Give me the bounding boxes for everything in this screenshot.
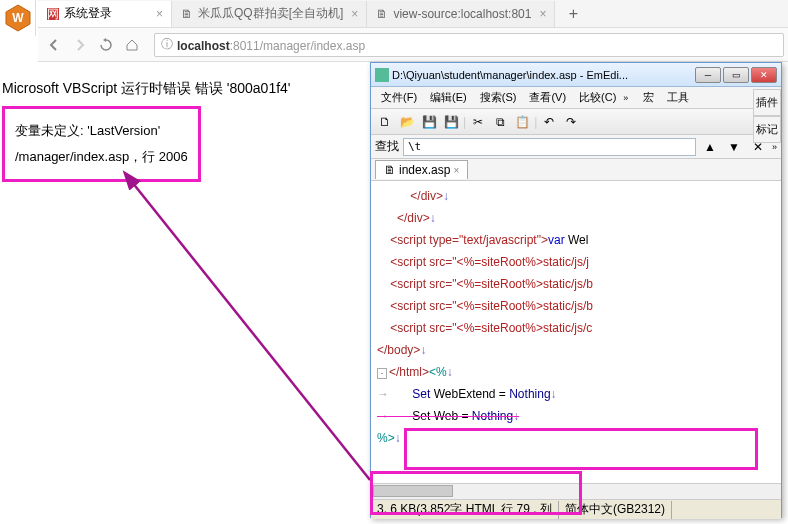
tab-3[interactable]: 🗎 view-source:localhost:801 × [367,1,555,27]
reload-button[interactable] [94,33,118,57]
url-path: /manager/index.asp [260,39,365,53]
menu-tools[interactable]: 工具 [661,88,695,107]
tab-close-icon[interactable]: × [156,7,163,21]
file-icon: 🗎 [384,163,396,177]
search-prev-icon[interactable]: ▲ [700,137,720,157]
menu-edit[interactable]: 编辑(E) [424,88,473,107]
status-size: 3. 6 KB(3,852字 HTML 行 79 , 列 [371,501,559,519]
menu-bar: 文件(F) 编辑(E) 搜索(S) 查看(V) 比较(C) » 宏 工具 [371,87,781,109]
code-editor[interactable]: </div> </div> <script type="text/javascr… [371,181,781,483]
file-tab[interactable]: 🗎 index.asp × [375,160,468,179]
status-encoding: 简体中文(GB2312) [559,501,672,519]
open-file-icon[interactable]: 📂 [397,112,417,132]
forward-button[interactable] [68,33,92,57]
toolbar: 🗋 📂 💾 💾 | ✂ ⧉ 📋 | ↶ ↷ » [371,109,781,135]
nav-bar: ⓘ localhost:8011/manager/index.asp [38,28,788,62]
paste-icon[interactable]: 📋 [512,112,532,132]
site-info-icon[interactable]: ⓘ [161,36,173,53]
tab-2[interactable]: 🗎 米瓜瓜QQ群拍卖[全自动机] × [172,1,367,27]
status-bar: 3. 6 KB(3,852字 HTML 行 79 , 列 简体中文(GB2312… [371,499,781,519]
tab-label: 系统登录 [64,5,112,22]
file-tab-label: index.asp [399,163,450,177]
address-bar[interactable]: ⓘ localhost:8011/manager/index.asp [154,33,784,57]
search-label: 查找 [375,138,399,155]
home-button[interactable] [120,33,144,57]
scrollbar-thumb[interactable] [373,485,453,497]
svg-text:网: 网 [47,8,59,20]
tab-strip: 网 系统登录 × 🗎 米瓜瓜QQ群拍卖[全自动机] × 🗎 view-sourc… [38,0,788,28]
save-icon[interactable]: 💾 [419,112,439,132]
annotation-arrow [120,170,400,500]
svg-rect-5 [375,68,389,82]
url-host: localhost [177,39,230,53]
menu-search[interactable]: 搜索(S) [474,88,523,107]
menu-file[interactable]: 文件(F) [375,88,423,107]
tab-close-icon[interactable]: × [539,7,546,21]
tab-close-icon[interactable]: × [351,7,358,21]
error-heading: Microsoft VBScript 运行时错误 错误 '800a01f4' [2,80,291,98]
search-bar: 查找 ▲ ▼ ✕ » [371,135,781,159]
search-overflow-icon[interactable]: » [772,142,777,152]
file-tab-close-icon[interactable]: × [453,165,459,176]
fold-icon[interactable]: - [377,368,387,379]
minimize-button[interactable]: ─ [695,67,721,83]
editor-title: D:\Qiyuan\student\manager\index.asp - Em… [392,69,692,81]
browser-logo: W [0,0,36,36]
tab-label: 米瓜瓜QQ群拍卖[全自动机] [198,5,343,22]
side-panel: 插件 标记 [753,89,781,143]
horizontal-scrollbar[interactable] [371,483,781,499]
tab-1[interactable]: 网 系统登录 × [38,1,172,27]
annotation-box-1: 变量未定义: 'LastVersion' /manager/index.asp，… [2,106,201,182]
redo-icon[interactable]: ↷ [561,112,581,132]
side-marks[interactable]: 标记 [753,116,781,143]
new-file-icon[interactable]: 🗋 [375,112,395,132]
error-undefined-var: 变量未定义: 'LastVersion' [15,121,188,141]
url-port: :8011 [230,39,260,53]
error-location: /manager/index.asp，行 2006 [15,147,188,167]
editor-titlebar[interactable]: D:\Qiyuan\student\manager\index.asp - Em… [371,63,781,87]
search-next-icon[interactable]: ▼ [724,137,744,157]
close-button[interactable]: ✕ [751,67,777,83]
svg-text:W: W [12,11,24,25]
search-input[interactable] [403,138,696,156]
maximize-button[interactable]: ▭ [723,67,749,83]
menu-macro[interactable]: 宏 [637,88,660,107]
menu-view[interactable]: 查看(V) [523,88,572,107]
editor-window: D:\Qiyuan\student\manager\index.asp - Em… [370,62,782,518]
file-tab-bar: 🗎 index.asp × [371,159,781,181]
page-body: Microsoft VBScript 运行时错误 错误 '800a01f4' 变… [2,80,291,182]
tab-label: view-source:localhost:801 [393,7,531,21]
page-icon: 🗎 [180,7,194,21]
new-tab-button[interactable]: + [561,2,585,26]
back-button[interactable] [42,33,66,57]
copy-icon[interactable]: ⧉ [490,112,510,132]
undo-icon[interactable]: ↶ [539,112,559,132]
menu-compare[interactable]: 比较(C) [573,88,622,107]
svg-line-4 [132,182,370,480]
page-icon: 🗎 [375,7,389,21]
tab-favicon: 网 [46,7,60,21]
cut-icon[interactable]: ✂ [468,112,488,132]
app-icon [375,68,389,82]
menu-overflow-icon[interactable]: » [623,93,628,103]
save-icon[interactable]: 💾 [441,112,461,132]
side-plugins[interactable]: 插件 [753,89,781,116]
